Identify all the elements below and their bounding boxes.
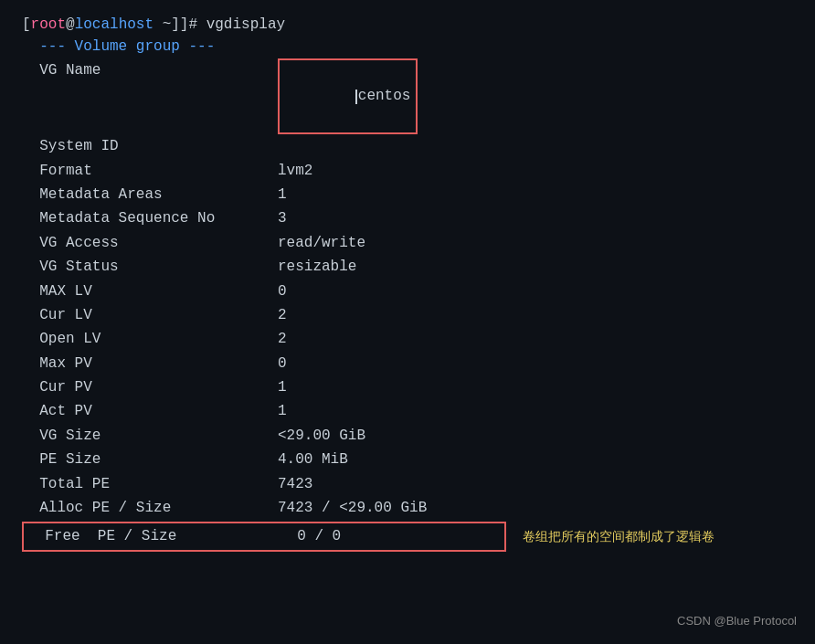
table-row: VG Name centos [22,58,793,134]
row-val: read/write [278,231,365,255]
row-key: Metadata Areas [22,183,278,206]
row-key: Alloc PE / Size [22,496,278,520]
vgname-value: centos [358,88,411,104]
prompt-command: vgdisplay [197,16,285,33]
table-row: Cur PV 1 [22,375,793,399]
section-header: --- Volume group --- [22,38,793,55]
text-cursor [355,90,357,104]
prompt-hash: ]# [180,16,197,33]
table-row: VG Size <29.00 GiB [22,424,793,448]
annotation-text: 卷组把所有的空间都制成了逻辑卷 [523,529,714,545]
row-val: <29.00 GiB [278,424,365,448]
table-row: Metadata Areas 1 [22,183,793,206]
row-val: 0 [278,280,287,303]
table-row: Alloc PE / Size 7423 / <29.00 GiB [22,496,793,520]
row-key: Max PV [22,352,278,375]
row-val: 7423 [278,472,312,496]
row-key: PE Size [22,448,278,471]
row-key: MAX LV [22,280,278,303]
prompt-bracket-open: [ [22,16,31,33]
row-val: 1 [278,183,287,206]
row-val: 1 [278,399,287,423]
table-row: Max PV 0 [22,352,793,375]
row-val: 2 [278,327,287,351]
row-key: VG Access [22,231,278,255]
table-row: Format lvm2 [22,159,793,183]
table-row: VG Access read/write [22,231,793,255]
row-key: VG Size [22,424,278,448]
row-key: Total PE [22,472,278,496]
row-val-format: lvm2 [278,159,312,183]
watermark: CSDN @Blue Protocol [677,614,797,628]
free-pe-highlighted-row: Free PE / Size 0 / 0 [22,522,506,551]
table-row: System ID [22,134,793,158]
table-row: VG Status resizable [22,255,793,279]
table-row: Total PE 7423 [22,472,793,496]
row-key: Act PV [22,399,278,423]
row-val: 3 [278,206,287,230]
vgname-highlight-box: centos [278,58,418,134]
row-val: 7423 / <29.00 GiB [278,496,427,520]
row-key: VG Status [22,255,278,279]
row-key: Open LV [22,327,278,351]
prompt-root: root [31,16,66,33]
row-key: Cur LV [22,303,278,327]
row-val: 0 [278,352,287,375]
row-key: System ID [22,134,278,158]
row-key-free-pe: Free PE / Size [24,524,280,548]
table-row: Open LV 2 [22,327,793,351]
row-val: 4.00 MiB [278,448,348,471]
row-val: resizable [278,255,356,279]
table-row: MAX LV 0 [22,280,793,303]
prompt-at: @ [66,16,75,33]
terminal-window: [root@localhost ~]]# vgdisplay --- Volum… [0,0,815,644]
row-key-vgname: VG Name [22,58,278,82]
row-key: Metadata Sequence No [22,206,278,230]
prompt-host: localhost [75,16,153,33]
prompt-bracket-close: ] [171,16,180,33]
prompt-path: ~ [153,16,171,33]
table-row: Act PV 1 [22,399,793,423]
row-val-free-pe: 0 / 0 [280,524,341,548]
table-row: PE Size 4.00 MiB [22,448,793,471]
row-key-format: Format [22,159,278,183]
row-val: 2 [278,303,287,327]
prompt-line: [root@localhost ~]]# vgdisplay [22,16,793,33]
table-row: Cur LV 2 [22,303,793,327]
row-key: Cur PV [22,375,278,399]
free-pe-row-wrapper: Free PE / Size 0 / 0 卷组把所有的空间都制成了逻辑卷 [22,522,793,551]
table-row: Metadata Sequence No 3 [22,206,793,230]
output-table: VG Name centos System ID Format lvm2 Met… [22,58,793,552]
row-val: 1 [278,375,287,399]
